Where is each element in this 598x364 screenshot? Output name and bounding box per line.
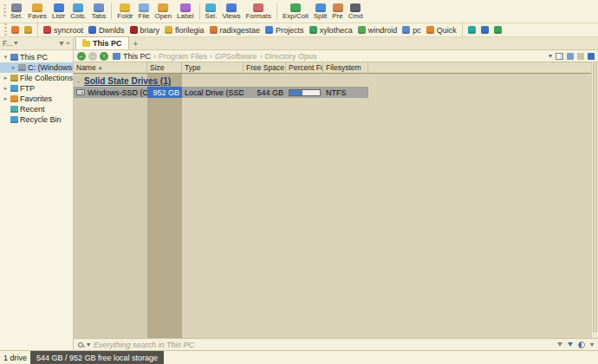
add-button[interactable] xyxy=(491,24,504,36)
new-tab-button[interactable]: + xyxy=(133,39,139,49)
toolbar-button-settings[interactable]: Set. xyxy=(8,1,25,23)
scrollbar-thumb[interactable] xyxy=(593,63,597,332)
toolbar-button-label[interactable]: Label xyxy=(174,1,197,23)
expander-closed-icon[interactable]: ▸ xyxy=(3,85,9,92)
folder-up-button[interactable] xyxy=(22,24,35,36)
viewer-pane-icon[interactable] xyxy=(567,53,574,60)
toolbar-label: Pre xyxy=(332,12,342,21)
file-row-windows-ssd[interactable]: Windows-SSD (C:) 952 GB Local Drive (SSD… xyxy=(74,87,368,98)
sidebar-item-ftp[interactable]: ▸FTP xyxy=(0,83,73,94)
filter-icon[interactable] xyxy=(557,342,562,347)
metadata-pane-icon[interactable] xyxy=(577,53,584,60)
layers-button[interactable] xyxy=(478,24,491,36)
sidebar-item-favorites[interactable]: ▸Favorites xyxy=(0,94,73,104)
group-header-solid-state-drives[interactable]: - Solid State Drives (1) xyxy=(74,75,171,87)
chevron-down-icon[interactable]: ▾ xyxy=(14,40,17,47)
toolbar-button-open[interactable]: Open xyxy=(152,1,174,23)
sidebar-item-recycle-bin[interactable]: Recycle Bin xyxy=(0,114,73,125)
column-header-percent-full[interactable]: Percent Full xyxy=(286,62,323,73)
place-florilegia[interactable]: florilegia xyxy=(162,24,207,36)
sync-button[interactable] xyxy=(9,24,22,36)
ftp-icon xyxy=(10,85,18,92)
breadcrumb-directory-opus[interactable]: Directory Opus xyxy=(265,52,317,61)
column-header-filler xyxy=(368,62,591,73)
expander-closed-icon[interactable]: ▸ xyxy=(3,95,9,102)
toolbar-button-tabs[interactable]: Tabs xyxy=(88,1,108,23)
back-button[interactable]: ← xyxy=(77,52,86,61)
place-projects[interactable]: Projects xyxy=(263,24,307,36)
cell-free-space: 544 GB xyxy=(244,87,286,98)
place-dwnlds[interactable]: Dwnlds xyxy=(86,24,127,36)
breadcrumb-this-pc[interactable]: This PC xyxy=(123,52,151,61)
expander-closed-icon[interactable]: ▸ xyxy=(3,75,9,81)
settings-icon xyxy=(11,3,22,12)
toolbar-button-expand-collapse[interactable]: Exp/Coll xyxy=(280,1,311,23)
search-input[interactable]: Everything search in This PC xyxy=(94,341,194,349)
theme-button[interactable] xyxy=(465,24,478,36)
toolbar-grip[interactable] xyxy=(3,4,6,18)
cell-size: 952 GB xyxy=(147,87,182,98)
filter-menu-icon[interactable]: ▾ xyxy=(590,341,594,348)
place-xylotheca[interactable]: xylotheca xyxy=(307,24,355,36)
toolbar-button-formats[interactable]: Formats xyxy=(244,1,274,23)
briary-icon xyxy=(130,26,138,34)
search-icon[interactable] xyxy=(78,342,83,348)
toolbar-button-faves[interactable]: Faves xyxy=(25,1,49,23)
sidebar-item-recent[interactable]: Recent xyxy=(0,104,73,114)
forward-button[interactable]: → xyxy=(88,52,97,61)
tree-filter-icon[interactable] xyxy=(59,42,64,46)
tab-this-pc[interactable]: This PC xyxy=(75,36,129,49)
place-syncroot[interactable]: syncroot xyxy=(41,24,86,36)
toolbar-button-columns[interactable]: Cols. xyxy=(68,1,88,23)
place-briary[interactable]: briary xyxy=(127,24,163,36)
drive-count: 1 drive xyxy=(0,354,30,362)
toolbar-separator xyxy=(37,22,38,38)
expander-open-icon[interactable]: ▾ xyxy=(3,54,9,61)
toolbar-button-select[interactable]: Sel. xyxy=(203,1,220,23)
filter-toggle-icon[interactable] xyxy=(578,341,585,348)
up-button[interactable]: ↑ xyxy=(100,52,108,61)
downloads-icon xyxy=(88,26,96,34)
group-collapse-icon[interactable]: - xyxy=(75,77,81,85)
place-radixgestae[interactable]: radixgestae xyxy=(207,24,263,36)
path-dropdown-icon[interactable]: ▾ xyxy=(549,53,552,60)
recycle-bin-icon xyxy=(10,116,18,123)
toolbar-label: Label xyxy=(177,12,194,21)
toolbar-button-folder[interactable]: Foldr xyxy=(114,1,135,23)
toolbar-button-lister[interactable]: Listr xyxy=(49,1,68,23)
views-icon xyxy=(226,3,237,12)
column-header-filesystem[interactable]: Filesystem xyxy=(323,62,368,73)
column-header-type[interactable]: Type xyxy=(182,62,244,73)
dual-pane-icon[interactable] xyxy=(556,53,563,60)
breadcrumb-gpsoftware[interactable]: GPSoftware xyxy=(215,52,257,61)
search-options-chevron-icon[interactable]: ▾ xyxy=(87,341,90,348)
navigation-tools: ▾ xyxy=(549,53,595,60)
toolbar-button-file[interactable]: File xyxy=(136,1,153,23)
column-header-name[interactable]: Name▲ xyxy=(74,62,147,73)
recent-icon xyxy=(10,106,18,113)
breadcrumb-separator-icon: › xyxy=(210,52,212,61)
column-header-size[interactable]: Size xyxy=(147,62,182,73)
toolbar-button-preview[interactable]: Pre xyxy=(329,1,345,23)
sidebar-item-file-collections[interactable]: ▸File Collections xyxy=(0,73,73,83)
folder-up-icon xyxy=(24,26,32,34)
toolbar-button-split[interactable]: Split xyxy=(311,1,330,23)
place-windroid[interactable]: windroid xyxy=(355,24,400,36)
quick-filter-icon[interactable] xyxy=(568,342,573,347)
tools-menu-icon[interactable] xyxy=(588,53,595,60)
place-pc[interactable]: pc xyxy=(400,24,424,36)
breadcrumb: This PC › Program Files › GPSoftware › D… xyxy=(113,52,317,61)
tabs-icon xyxy=(94,3,104,12)
breadcrumb-program-files[interactable]: Program Files xyxy=(159,52,207,61)
toolbar-button-command[interactable]: Cmd xyxy=(346,1,366,23)
tree-close-icon[interactable]: × xyxy=(66,40,70,47)
sidebar-item-this-pc[interactable]: ▾This PC xyxy=(0,52,73,62)
toolbar-button-views[interactable]: Views xyxy=(219,1,243,23)
expander-closed-icon[interactable]: ▸ xyxy=(10,64,16,71)
sidebar-item-c-drive[interactable]: ▸C: (Windows-SS xyxy=(0,62,73,73)
vertical-scrollbar[interactable] xyxy=(591,62,598,338)
place-quick[interactable]: Quick xyxy=(424,24,459,36)
group-label: Solid State Drives (1) xyxy=(84,76,171,86)
column-header-free-space[interactable]: Free Space xyxy=(244,62,286,73)
toolbar-grip[interactable] xyxy=(4,23,7,37)
